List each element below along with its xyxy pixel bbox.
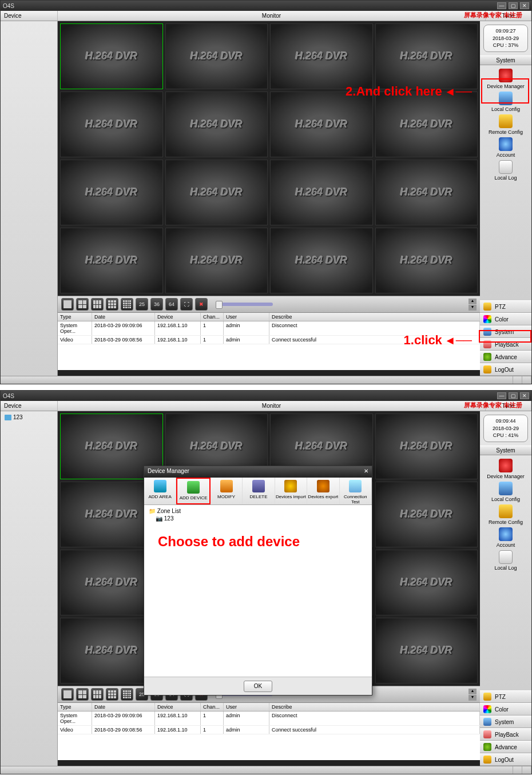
camera-cell[interactable]: H.264 DVR <box>60 160 163 225</box>
camera-cell[interactable]: H.264 DVR <box>270 160 373 225</box>
side-system-button[interactable]: System <box>480 716 531 728</box>
app-title: O4S <box>3 393 14 399</box>
device-tree-pane[interactable]: 123 <box>1 411 58 766</box>
system-item-local-config[interactable]: Local Config <box>483 482 528 502</box>
log-row[interactable]: Video2018-03-29 09:08:56192.168.1.101adm… <box>58 726 480 734</box>
layout-1-button[interactable] <box>61 298 74 311</box>
app-window-bottom: O4S — ▢ ✕ 屏幕录像专家 未注册 Device Monitor Time… <box>0 390 532 774</box>
disconnect-all-button[interactable]: ✖ <box>195 298 208 311</box>
time-info-box: 09:09:44 2018-03-29 CPU : 41% <box>483 415 528 442</box>
layout-64-button[interactable]: 64 <box>165 298 178 311</box>
layout-1-button[interactable] <box>61 688 74 701</box>
side-system-button[interactable]: System <box>480 325 531 338</box>
section-system-head[interactable]: System <box>480 55 531 65</box>
layout-toolbar: 25 36 64 ⛶ ✖ ▲ ▼ <box>58 296 480 313</box>
color-icon <box>483 315 491 323</box>
layout-4-button[interactable] <box>76 688 89 701</box>
camera-cell[interactable]: H.264 DVR <box>165 228 268 293</box>
zone-list-child[interactable]: 📷 123 <box>146 515 370 522</box>
side-logout-button[interactable]: LogOut <box>480 753 531 766</box>
camera-cell[interactable]: H.264 DVR <box>375 92 478 157</box>
scroll-up-button[interactable]: ▲ <box>469 689 477 694</box>
camera-cell[interactable]: H.264 DVR <box>375 482 478 547</box>
dlg-add-area-button[interactable]: ADD AREA <box>144 478 176 504</box>
side-ptz-button[interactable]: PTZ <box>480 690 531 703</box>
side-color-button[interactable]: Color <box>480 703 531 716</box>
system-item-remote-config[interactable]: Remote Config <box>483 504 528 525</box>
dlg-connection-test-button[interactable]: Connection Test <box>340 478 372 504</box>
camera-cell[interactable]: H.264 DVR <box>270 23 373 89</box>
camera-cell[interactable]: H.264 DVR <box>165 160 268 225</box>
side-playback-button[interactable]: PlayBack <box>480 338 531 351</box>
scroll-up-button[interactable]: ▲ <box>469 299 477 304</box>
camera-cell[interactable]: H.264 DVR <box>165 92 268 157</box>
log-row[interactable]: System Oper...2018-03-29 09:09:06192.168… <box>58 712 480 726</box>
header-row: Device Monitor Time <box>1 401 531 411</box>
side-ptz-button[interactable]: PTZ <box>480 300 531 313</box>
side-advance-button[interactable]: Advance <box>480 351 531 363</box>
layout-36-button[interactable]: 36 <box>150 298 163 311</box>
system-item-device-manager[interactable]: Device Manager <box>483 459 528 479</box>
maximize-button[interactable]: ▢ <box>509 392 518 399</box>
camera-cell[interactable]: H.264 DVR <box>375 414 478 479</box>
layout-16-button[interactable] <box>121 298 133 311</box>
dlg-add-device-button[interactable]: ADD DEVICE <box>176 478 210 504</box>
camera-cell[interactable]: H.264 DVR <box>60 228 163 293</box>
system-item-account[interactable]: Account <box>483 137 528 158</box>
minimize-button[interactable]: — <box>497 2 506 9</box>
scroll-down-button[interactable]: ▼ <box>469 305 477 311</box>
close-button[interactable]: ✕ <box>520 392 529 399</box>
color-icon <box>483 705 491 713</box>
dialog-close-button[interactable]: ✕ <box>364 468 368 476</box>
layout-6-button[interactable] <box>91 298 104 311</box>
system-item-local-log[interactable]: Local Log <box>483 550 528 571</box>
layout-9-button[interactable] <box>106 298 118 311</box>
layout-25-button[interactable]: 25 <box>136 298 148 311</box>
camera-cell[interactable]: H.264 DVR <box>375 618 478 683</box>
camera-cell[interactable]: H.264 DVR <box>60 92 163 157</box>
camera-cell[interactable]: H.264 DVR <box>375 23 478 89</box>
zoom-slider[interactable] <box>216 303 273 306</box>
system-item-local-config[interactable]: Local Config <box>483 92 528 112</box>
section-system-head[interactable]: System <box>480 446 531 455</box>
dlg-delete-button[interactable]: DELETE <box>243 478 275 504</box>
camera-cell[interactable]: H.264 DVR <box>375 550 478 615</box>
maximize-button[interactable]: ▢ <box>509 2 518 9</box>
camera-cell[interactable]: H.264 DVR <box>375 160 478 225</box>
layout-6-button[interactable] <box>91 688 104 701</box>
dialog-footer: OK <box>144 677 372 695</box>
system-item-local-log[interactable]: Local Log <box>483 160 528 181</box>
camera-cell[interactable]: H.264 DVR <box>60 23 163 89</box>
minimize-button[interactable]: — <box>497 392 506 399</box>
side-playback-button[interactable]: PlayBack <box>480 728 531 741</box>
dialog-title: Device Manager <box>148 468 189 476</box>
side-logout-button[interactable]: LogOut <box>480 363 531 376</box>
ok-button[interactable]: OK <box>244 681 272 692</box>
dlg-devices-import-button[interactable]: Devices import <box>275 478 307 504</box>
tree-item-zone[interactable]: 123 <box>2 413 55 422</box>
system-item-remote-config[interactable]: Remote Config <box>483 114 528 135</box>
advance-icon <box>483 743 491 751</box>
fullscreen-button[interactable]: ⛶ <box>180 298 193 311</box>
camera-cell[interactable]: H.264 DVR <box>375 228 478 293</box>
camera-cell[interactable]: H.264 DVR <box>270 228 373 293</box>
system-item-icon <box>499 504 513 518</box>
camera-cell[interactable]: H.264 DVR <box>270 92 373 157</box>
layout-4-button[interactable] <box>76 298 89 311</box>
scroll-down-button[interactable]: ▼ <box>469 695 477 701</box>
side-color-button[interactable]: Color <box>480 313 531 325</box>
logout-icon <box>483 365 491 373</box>
system-item-account[interactable]: Account <box>483 527 528 548</box>
dlg-devices-export-button[interactable]: Devices export <box>307 478 339 504</box>
system-item-device-manager[interactable]: Device Manager <box>483 69 528 89</box>
dlg-modify-button[interactable]: MODIFY <box>211 478 243 504</box>
clock-date: 2018-03-29 <box>485 425 526 432</box>
zone-list-root[interactable]: 📁 Zone List <box>146 507 370 515</box>
header-monitor: Monitor <box>58 11 486 21</box>
camera-cell[interactable]: H.264 DVR <box>165 23 268 89</box>
device-tree-pane[interactable] <box>1 21 58 376</box>
close-button[interactable]: ✕ <box>520 2 529 9</box>
layout-9-button[interactable] <box>106 688 118 701</box>
side-advance-button[interactable]: Advance <box>480 741 531 753</box>
layout-16-button[interactable] <box>121 688 133 701</box>
